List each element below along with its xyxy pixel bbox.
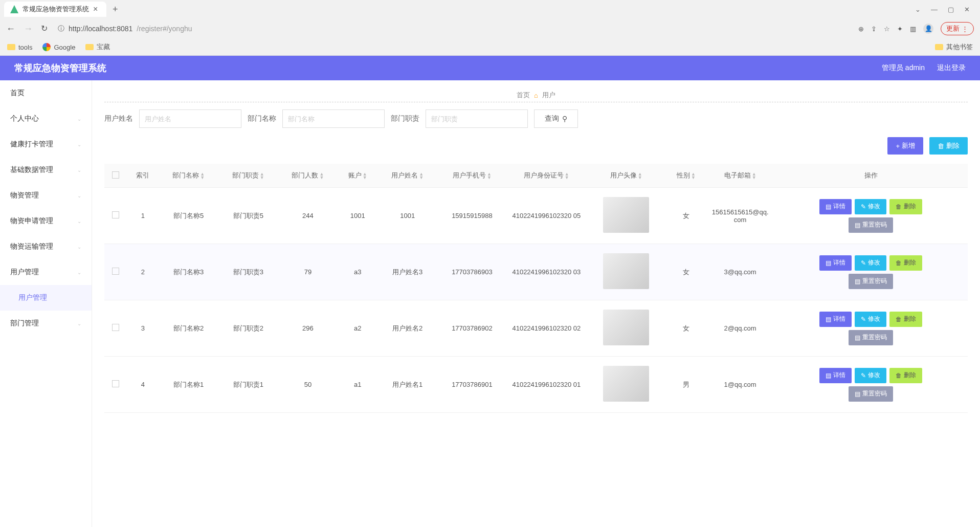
sort-icon: ▲▼ bbox=[638, 172, 642, 180]
cell-email: 1@qq.com bbox=[706, 357, 774, 413]
reset-password-button[interactable]: ▤重置密码 bbox=[849, 386, 893, 402]
bookmark-baozang[interactable]: 宝藏 bbox=[85, 42, 110, 52]
sidebar-item-usermgmt[interactable]: 用户管理⌄ bbox=[0, 259, 92, 285]
share-icon[interactable]: ⇪ bbox=[871, 25, 877, 33]
chevron-down-icon: ⌄ bbox=[77, 167, 81, 173]
cell-phone: 17703786901 bbox=[437, 357, 507, 413]
avatar-image bbox=[603, 310, 649, 345]
col-email[interactable]: 电子邮箱▲▼ bbox=[706, 164, 774, 188]
bookmark-tools[interactable]: tools bbox=[7, 43, 32, 51]
query-button[interactable]: 查询⚲ bbox=[534, 109, 578, 128]
col-dept-count[interactable]: 部门人数▲▼ bbox=[278, 164, 338, 188]
cell-acct: a2 bbox=[338, 300, 377, 357]
maximize-icon[interactable]: ▢ bbox=[948, 6, 954, 13]
edit-button[interactable]: ✎修改 bbox=[855, 255, 886, 271]
star-icon[interactable]: ☆ bbox=[884, 25, 890, 33]
table-row: 2 部门名称3 部门职责3 79 a3 用户姓名3 17703786903 41… bbox=[104, 244, 968, 300]
sidebar-item-transport[interactable]: 物资运输管理⌄ bbox=[0, 234, 92, 259]
sidebar-item-material[interactable]: 物资管理⌄ bbox=[0, 183, 92, 208]
chevron-down-icon: ⌄ bbox=[77, 116, 81, 122]
search-name-input[interactable] bbox=[139, 109, 241, 128]
browser-tab[interactable]: 常规应急物资管理系统 × bbox=[4, 2, 106, 17]
edit-icon: ✎ bbox=[861, 316, 866, 323]
sidebar-item-basedata[interactable]: 基础数据管理⌄ bbox=[0, 157, 92, 183]
close-window-icon[interactable]: ✕ bbox=[964, 6, 970, 13]
current-user[interactable]: 管理员 admin bbox=[882, 63, 925, 73]
reload-icon[interactable]: ↻ bbox=[41, 24, 48, 34]
cell-phone: 17703786903 bbox=[437, 244, 507, 300]
detail-button[interactable]: ▤详情 bbox=[819, 368, 852, 383]
info-icon[interactable]: ⓘ bbox=[58, 24, 64, 33]
delete-button[interactable]: 🗑删除 bbox=[929, 137, 968, 155]
row-delete-button[interactable]: 🗑删除 bbox=[889, 255, 922, 271]
col-phone[interactable]: 用户手机号▲▼ bbox=[437, 164, 507, 188]
extensions-icon[interactable]: ✦ bbox=[897, 25, 903, 33]
update-button[interactable]: 更新 ⋮ bbox=[941, 22, 974, 35]
row-checkbox[interactable] bbox=[112, 324, 119, 331]
sort-icon: ▲▼ bbox=[200, 172, 205, 180]
col-avatar[interactable]: 用户头像▲▼ bbox=[586, 164, 666, 188]
zoom-icon[interactable]: ⊕ bbox=[858, 25, 864, 33]
sidebar-item-health[interactable]: 健康打卡管理⌄ bbox=[0, 131, 92, 157]
add-button[interactable]: +新增 bbox=[887, 137, 923, 155]
cell-duty: 部门职责5 bbox=[218, 188, 278, 244]
search-dept-label: 部门名称 bbox=[248, 114, 276, 123]
logout-link[interactable]: 退出登录 bbox=[937, 63, 966, 73]
sidebar-item-personal[interactable]: 个人中心⌄ bbox=[0, 106, 92, 131]
detail-button[interactable]: ▤详情 bbox=[819, 312, 852, 327]
row-checkbox[interactable] bbox=[112, 380, 119, 387]
row-checkbox[interactable] bbox=[112, 268, 119, 275]
edit-button[interactable]: ✎修改 bbox=[855, 368, 886, 383]
browser-chrome: 常规应急物资管理系统 × + ⌄ — ▢ ✕ ← → ↻ ⓘ http://lo… bbox=[0, 0, 980, 56]
sidebar-item-usermgmt-sub[interactable]: 用户管理 bbox=[0, 285, 92, 311]
edit-button[interactable]: ✎修改 bbox=[855, 199, 886, 214]
cell-count: 50 bbox=[278, 357, 338, 413]
col-user-name[interactable]: 用户姓名▲▼ bbox=[377, 164, 437, 188]
row-delete-button[interactable]: 🗑删除 bbox=[889, 368, 922, 383]
detail-button[interactable]: ▤详情 bbox=[819, 255, 852, 271]
breadcrumb-home[interactable]: 首页 bbox=[517, 91, 530, 100]
edit-button[interactable]: ✎修改 bbox=[855, 312, 886, 327]
bookmark-google[interactable]: Google bbox=[42, 43, 75, 51]
col-id-no[interactable]: 用户身份证号▲▼ bbox=[507, 164, 586, 188]
col-gender[interactable]: 性别▲▼ bbox=[666, 164, 706, 188]
cell-name: 用户姓名2 bbox=[377, 300, 437, 357]
url-field[interactable]: ⓘ http://localhost:8081/register#/yonghu bbox=[54, 21, 852, 36]
col-checkbox[interactable] bbox=[104, 164, 127, 188]
cell-acct: a3 bbox=[338, 244, 377, 300]
sidebar-item-deptmgmt[interactable]: 部门管理⌄ bbox=[0, 311, 92, 336]
close-tab-icon[interactable]: × bbox=[93, 5, 98, 14]
reset-password-button[interactable]: ▤重置密码 bbox=[849, 330, 893, 345]
row-delete-button[interactable]: 🗑删除 bbox=[889, 312, 922, 327]
sidebar-item-apply[interactable]: 物资申请管理⌄ bbox=[0, 208, 92, 234]
new-tab-button[interactable]: + bbox=[106, 4, 124, 15]
detail-button[interactable]: ▤详情 bbox=[819, 199, 852, 214]
checkbox-all[interactable] bbox=[112, 171, 119, 179]
side-panel-icon[interactable]: ▥ bbox=[910, 25, 916, 33]
cell-name: 1001 bbox=[377, 188, 437, 244]
col-dept-name[interactable]: 部门名称▲▼ bbox=[159, 164, 218, 188]
col-account[interactable]: 账户▲▼ bbox=[338, 164, 377, 188]
back-icon[interactable]: ← bbox=[6, 24, 15, 34]
trash-icon: 🗑 bbox=[896, 372, 902, 379]
reset-password-button[interactable]: ▤重置密码 bbox=[849, 217, 893, 233]
data-table: 索引 部门名称▲▼ 部门职责▲▼ 部门人数▲▼ 账户▲▼ 用户姓名▲▼ 用户手机… bbox=[104, 164, 968, 413]
reset-password-button[interactable]: ▤重置密码 bbox=[849, 274, 893, 289]
cell-dept: 部门名称5 bbox=[159, 188, 218, 244]
cell-count: 244 bbox=[278, 188, 338, 244]
folder-icon bbox=[935, 44, 943, 50]
search-dept-input[interactable] bbox=[282, 109, 385, 128]
bookmark-other[interactable]: 其他书签 bbox=[935, 42, 973, 52]
row-delete-button[interactable]: 🗑删除 bbox=[889, 199, 922, 214]
search-icon: ⚲ bbox=[562, 115, 567, 123]
profile-icon[interactable]: 👤 bbox=[923, 24, 933, 34]
cell-duty: 部门职责1 bbox=[218, 357, 278, 413]
cell-idno: 4102241996102320 01 bbox=[507, 357, 586, 413]
col-dept-duty[interactable]: 部门职责▲▼ bbox=[218, 164, 278, 188]
row-checkbox[interactable] bbox=[112, 211, 119, 218]
chevron-down-icon[interactable]: ⌄ bbox=[915, 6, 921, 13]
sidebar-item-home[interactable]: 首页 bbox=[0, 80, 92, 106]
minimize-icon[interactable]: — bbox=[931, 6, 938, 13]
search-duty-input[interactable] bbox=[426, 109, 528, 128]
cell-acct: 1001 bbox=[338, 188, 377, 244]
